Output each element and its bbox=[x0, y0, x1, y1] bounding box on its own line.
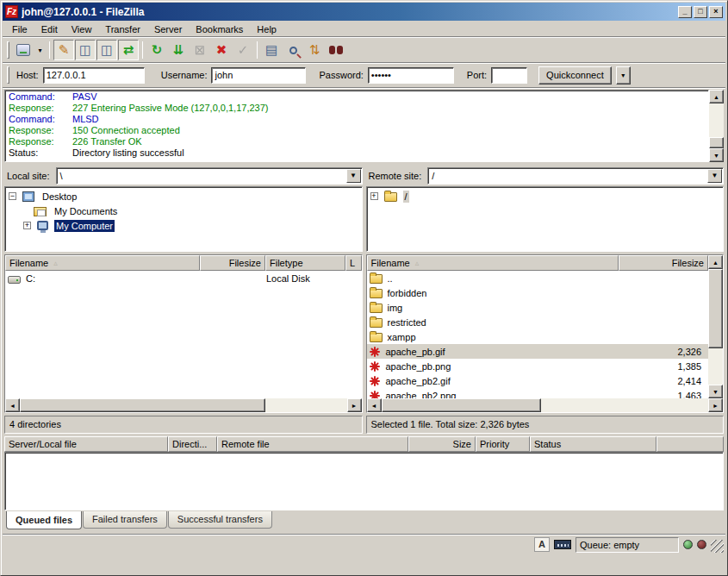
resize-grip[interactable] bbox=[711, 540, 724, 553]
toggle-local-tree-button[interactable]: ◫ bbox=[75, 40, 96, 60]
scroll-up-icon[interactable]: ▲ bbox=[709, 90, 724, 103]
column-header-filesize[interactable]: Filesize bbox=[619, 255, 708, 271]
menu-server[interactable]: Server bbox=[148, 22, 188, 36]
refresh-button[interactable]: ↻ bbox=[146, 40, 167, 60]
menu-bookmarks[interactable]: Bookmarks bbox=[190, 22, 249, 36]
tree-item-desktop[interactable]: − Desktop bbox=[5, 189, 362, 203]
speed-limit-icon[interactable] bbox=[554, 540, 571, 549]
menu-edit[interactable]: Edit bbox=[35, 22, 64, 36]
filezilla-app-icon[interactable]: Fz bbox=[5, 5, 18, 18]
menu-view[interactable]: View bbox=[65, 22, 98, 36]
local-tree: − Desktop My Documents + My Computer bbox=[4, 186, 363, 252]
port-input[interactable] bbox=[491, 67, 527, 84]
column-header-server-local-file[interactable]: Server/Local file bbox=[4, 436, 168, 452]
tree-item-my-computer[interactable]: + My Computer bbox=[5, 218, 362, 233]
image-file-icon bbox=[370, 346, 381, 357]
process-queue-button[interactable]: ⇊ bbox=[168, 40, 189, 60]
toolbar-separator bbox=[142, 41, 143, 59]
site-manager-button[interactable] bbox=[13, 40, 34, 60]
toggle-log-button[interactable]: ✎ bbox=[53, 40, 74, 60]
menu-transfer[interactable]: Transfer bbox=[99, 22, 146, 36]
column-header-lastmodified[interactable]: L bbox=[345, 255, 362, 271]
close-button[interactable]: × bbox=[709, 6, 723, 18]
site-manager-dropdown[interactable]: ▾ bbox=[34, 40, 46, 60]
local-horizontal-scrollbar[interactable]: ◄ ► bbox=[5, 398, 362, 412]
expand-icon[interactable]: + bbox=[370, 192, 378, 200]
collapse-icon[interactable]: − bbox=[9, 192, 16, 200]
disconnect-button[interactable]: ✖ bbox=[211, 40, 232, 60]
remote-horizontal-scrollbar[interactable]: ◄ ► bbox=[367, 398, 724, 412]
directory-comparison-button[interactable]: ▤ bbox=[261, 40, 282, 60]
scrollbar-thumb[interactable] bbox=[709, 137, 724, 148]
chevron-down-icon[interactable]: ▼ bbox=[707, 169, 722, 183]
tree-item-root[interactable]: + / bbox=[367, 189, 724, 203]
folder-icon bbox=[370, 304, 383, 313]
expand-icon[interactable]: + bbox=[23, 222, 31, 229]
quickconnect-dropdown[interactable]: ▾ bbox=[616, 66, 631, 85]
toggle-queue-button[interactable]: ⇄ bbox=[118, 40, 139, 60]
find-files-button[interactable] bbox=[283, 40, 303, 60]
toolbar-grip[interactable] bbox=[7, 41, 9, 59]
tab-failed-transfers[interactable]: Failed transfers bbox=[83, 511, 167, 529]
minimize-button[interactable]: _ bbox=[678, 6, 692, 18]
scroll-right-icon[interactable]: ► bbox=[347, 398, 362, 412]
username-input[interactable] bbox=[211, 67, 306, 84]
scrollbar-thumb[interactable] bbox=[382, 398, 541, 412]
toggle-remote-tree-button[interactable]: ◫ bbox=[96, 40, 117, 60]
column-header-remote-file[interactable]: Remote file bbox=[217, 436, 408, 452]
remote-file-row[interactable]: apache_pb2.gif2,414 bbox=[367, 373, 709, 388]
menu-help[interactable]: Help bbox=[251, 22, 283, 36]
scroll-left-icon[interactable]: ◄ bbox=[5, 398, 20, 412]
password-input[interactable] bbox=[368, 67, 454, 84]
quickbar-grip[interactable] bbox=[7, 66, 9, 84]
scroll-up-icon[interactable]: ▲ bbox=[708, 255, 723, 269]
column-header-status[interactable]: Status bbox=[530, 436, 656, 452]
tab-queued-files[interactable]: Queued files bbox=[6, 511, 82, 529]
folder-icon bbox=[384, 192, 397, 202]
column-header-priority[interactable]: Priority bbox=[476, 436, 530, 452]
cancel-operation-button[interactable]: ⊠ bbox=[190, 40, 210, 60]
remote-file-row-selected[interactable]: apache_pb.gif2,326 bbox=[367, 344, 709, 359]
remote-vertical-scrollbar[interactable]: ▲ ▼ bbox=[708, 255, 723, 398]
sort-asc-icon: ▵ bbox=[415, 259, 420, 267]
column-header-size[interactable]: Size bbox=[408, 436, 476, 452]
remote-file-row[interactable]: restricted bbox=[367, 315, 709, 329]
remote-file-row[interactable]: img bbox=[367, 300, 709, 315]
synchronized-browsing-button[interactable]: ⇅ bbox=[304, 40, 325, 60]
remote-file-row[interactable]: apache_pb2.png1,463 bbox=[367, 388, 709, 398]
remote-file-row[interactable]: apache_pb.png1,385 bbox=[367, 359, 709, 373]
column-header-filename[interactable]: Filename▵ bbox=[367, 255, 619, 271]
filter-button[interactable] bbox=[326, 40, 346, 60]
log-line: Response:150 Connection accepted bbox=[5, 125, 708, 136]
scroll-right-icon[interactable]: ► bbox=[708, 398, 723, 412]
local-site-combo[interactable]: \ ▼ bbox=[56, 167, 363, 185]
reconnect-button[interactable]: ✓ bbox=[233, 40, 253, 60]
file-lists-row: Filename▵ Filesize Filetype L C: Local D… bbox=[4, 254, 724, 434]
maximize-button[interactable]: □ bbox=[694, 6, 707, 18]
scroll-down-icon[interactable]: ▼ bbox=[708, 385, 723, 398]
column-header-direction[interactable]: Directi... bbox=[168, 436, 217, 452]
host-input[interactable] bbox=[43, 67, 145, 84]
data-type-icon[interactable]: A bbox=[534, 537, 550, 552]
tree-item-my-documents[interactable]: My Documents bbox=[5, 203, 362, 218]
remote-site-combo[interactable]: / ▼ bbox=[427, 167, 724, 185]
quickconnect-button[interactable]: Quickconnect bbox=[538, 66, 612, 85]
scroll-down-icon[interactable]: ▼ bbox=[709, 148, 724, 162]
remote-file-row[interactable]: .. bbox=[367, 271, 709, 285]
log-vertical-scrollbar[interactable]: ▲ ▼ bbox=[709, 90, 724, 162]
chevron-down-icon[interactable]: ▼ bbox=[346, 169, 361, 183]
menubar: File Edit View Transfer Server Bookmarks… bbox=[3, 21, 725, 38]
column-header-filesize[interactable]: Filesize bbox=[200, 255, 265, 271]
scrollbar-thumb[interactable] bbox=[708, 269, 723, 348]
titlebar: Fz john@127.0.0.1 - FileZilla _ □ × bbox=[3, 3, 725, 21]
local-file-row[interactable]: C: Local Disk bbox=[5, 271, 362, 285]
scrollbar-thumb[interactable] bbox=[20, 398, 265, 412]
remote-file-row[interactable]: forbidden bbox=[367, 285, 709, 300]
menu-file[interactable]: File bbox=[6, 22, 34, 36]
scroll-left-icon[interactable]: ◄ bbox=[367, 398, 382, 412]
remote-file-row[interactable]: xampp bbox=[367, 329, 709, 344]
column-header-filetype[interactable]: Filetype bbox=[265, 255, 345, 271]
tab-successful-transfers[interactable]: Successful transfers bbox=[168, 511, 272, 529]
column-header-filename[interactable]: Filename▵ bbox=[5, 255, 200, 271]
port-label: Port: bbox=[467, 70, 487, 80]
